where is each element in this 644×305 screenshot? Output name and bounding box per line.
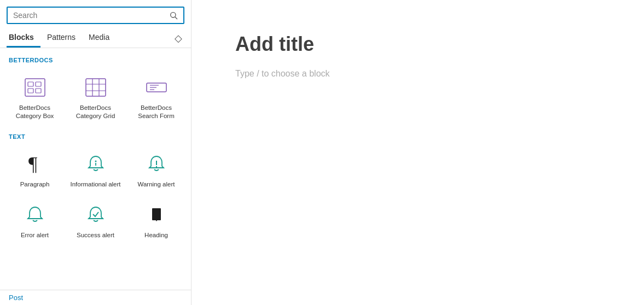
block-label-warning-alert: Warning alert bbox=[138, 180, 175, 189]
svg-rect-7 bbox=[86, 79, 106, 96]
svg-point-22 bbox=[155, 166, 156, 167]
search-input[interactable] bbox=[13, 11, 169, 20]
svg-point-18 bbox=[95, 160, 96, 162]
block-label-informational-alert: Informational alert bbox=[70, 180, 120, 189]
block-item-error-alert[interactable]: Error alert bbox=[4, 195, 65, 246]
svg-rect-6 bbox=[36, 89, 41, 93]
paragraph-icon: ¶ bbox=[22, 151, 48, 177]
block-item-betterdocs-category-grid[interactable]: BetterDocs Category Grid bbox=[65, 68, 126, 127]
section-label-text: TEXT bbox=[0, 129, 191, 142]
category-box-icon bbox=[22, 74, 48, 101]
svg-rect-2 bbox=[25, 79, 45, 96]
block-label-success-alert: Success alert bbox=[77, 231, 114, 239]
svg-line-1 bbox=[175, 17, 177, 19]
heading-icon bbox=[143, 202, 170, 228]
tab-blocks[interactable]: Blocks bbox=[7, 28, 40, 48]
sidebar: Blocks Patterns Media ◇ BETTERDOCS bbox=[0, 0, 192, 305]
bell-success-icon bbox=[83, 202, 109, 228]
svg-rect-5 bbox=[36, 82, 41, 86]
block-item-paragraph[interactable]: ¶ Paragraph bbox=[4, 144, 65, 195]
tabs-bar: Blocks Patterns Media ◇ bbox=[0, 28, 191, 48]
tab-patterns[interactable]: Patterns bbox=[45, 28, 82, 48]
block-item-informational-alert[interactable]: Informational alert bbox=[65, 144, 126, 195]
svg-text:¶: ¶ bbox=[28, 154, 37, 174]
tab-extras-icon[interactable]: ◇ bbox=[172, 30, 184, 46]
category-grid-icon bbox=[83, 74, 109, 101]
block-label-paragraph: Paragraph bbox=[20, 180, 50, 189]
search-input-wrapper bbox=[7, 7, 184, 24]
bottom-bar-label: Post bbox=[9, 294, 23, 302]
search-bar bbox=[0, 0, 191, 28]
block-item-betterdocs-category-box[interactable]: BetterDocs Category Box bbox=[4, 68, 65, 127]
bell-warning-icon bbox=[143, 151, 170, 177]
block-placeholder: Type / to choose a block bbox=[235, 69, 600, 79]
section-label-betterdocs: BETTERDOCS bbox=[0, 52, 191, 66]
block-item-success-alert[interactable]: Success alert bbox=[65, 195, 126, 246]
block-label-betterdocs-category-grid: BetterDocs Category Grid bbox=[69, 104, 121, 120]
block-item-heading[interactable]: Heading bbox=[126, 195, 187, 246]
bell-info-icon bbox=[83, 151, 109, 177]
block-list: BETTERDOCS BetterDocs Category Box bbox=[0, 48, 191, 290]
svg-rect-4 bbox=[28, 89, 33, 93]
bottom-bar[interactable]: Post bbox=[0, 290, 191, 305]
block-label-error-alert: Error alert bbox=[21, 231, 49, 239]
search-icon bbox=[169, 11, 178, 20]
tab-media[interactable]: Media bbox=[86, 28, 116, 48]
page-title[interactable]: Add title bbox=[235, 33, 600, 56]
svg-rect-3 bbox=[28, 82, 33, 86]
block-label-betterdocs-search-form: BetterDocs Search Form bbox=[130, 104, 182, 120]
betterdocs-grid: BetterDocs Category Box BetterDocs Cate bbox=[0, 66, 191, 129]
search-form-icon bbox=[143, 74, 170, 101]
main-content: Add title Type / to choose a block bbox=[192, 0, 644, 305]
text-grid: ¶ Paragraph bbox=[0, 142, 191, 248]
bell-error-icon bbox=[22, 202, 48, 228]
block-label-betterdocs-category-box: BetterDocs Category Box bbox=[9, 104, 61, 120]
block-label-heading: Heading bbox=[144, 231, 168, 239]
block-item-warning-alert[interactable]: Warning alert bbox=[126, 144, 187, 195]
block-item-betterdocs-search-form[interactable]: BetterDocs Search Form bbox=[126, 68, 187, 127]
